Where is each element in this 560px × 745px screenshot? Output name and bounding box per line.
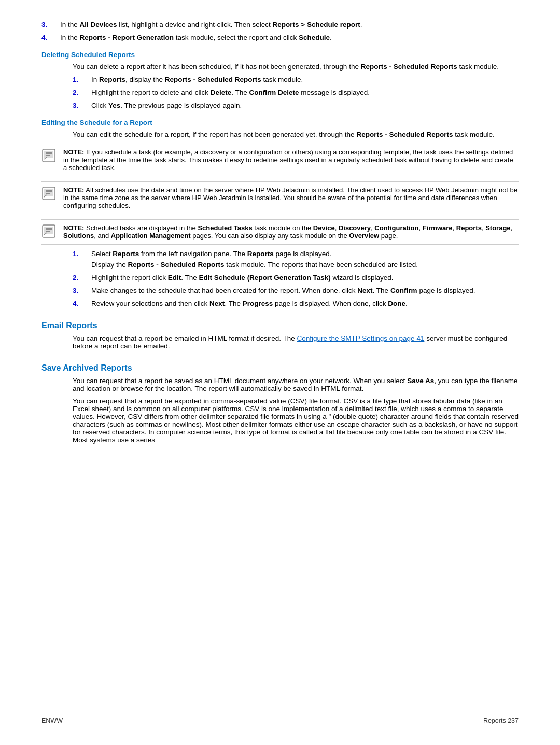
edit-num-4: 4. (73, 300, 91, 307)
del-num-2: 2. (73, 89, 91, 96)
note-content-3: NOTE: Scheduled tasks are displayed in t… (63, 224, 519, 240)
edit-num-2: 2. (73, 274, 91, 282)
note-svg-3 (41, 224, 56, 238)
editing-intro: You can edit the schedule for a report, … (73, 131, 519, 138)
del-step-1: 1. In Reports, display the Reports - Sch… (73, 76, 519, 83)
edit-num-1: 1. (73, 250, 91, 258)
edit-step-2: 2. Highlight the report click Edit. The … (73, 274, 519, 282)
note-2: NOTE: All schedules use the date and tim… (41, 181, 519, 214)
note-icon-3 (41, 224, 60, 240)
email-heading: Email Reports (41, 321, 519, 330)
edit-substep-1: Display the Reports - Scheduled Reports … (91, 261, 519, 269)
edit-content-4: Review your selections and then click Ne… (91, 300, 519, 307)
item-content-3: In the All Devices list, highlight a dev… (60, 21, 519, 29)
del-num-1: 1. (73, 76, 91, 83)
del-step-2: 2. Highlight the report to delete and cl… (73, 89, 519, 96)
edit-num-3: 3. (73, 287, 91, 294)
save-body: You can request that a report be saved a… (73, 377, 519, 444)
svg-rect-13 (44, 227, 53, 234)
editing-steps: 1. Select Reports from the left navigati… (73, 250, 519, 307)
del-num-3: 3. (73, 102, 91, 109)
note-icon-2 (41, 186, 60, 202)
item-content-4: In the Reports - Report Generation task … (60, 34, 519, 41)
page-content: 3. In the All Devices list, highlight a … (41, 21, 519, 444)
del-content-3: Click Yes. The previous page is displaye… (91, 102, 519, 109)
editing-heading: Editing the Schedule for a Report (41, 119, 519, 126)
save-heading: Save Archived Reports (41, 363, 519, 373)
footer-right: Reports 237 (483, 717, 519, 724)
del-content-1: In Reports, display the Reports - Schedu… (91, 76, 519, 83)
top-list: 3. In the All Devices list, highlight a … (41, 21, 519, 41)
edit-step-1: 1. Select Reports from the left navigati… (73, 250, 519, 269)
smtp-link[interactable]: Configure the SMTP Settings on page 41 (297, 334, 424, 342)
note-svg-1 (41, 148, 56, 163)
edit-content-2: Highlight the report click Edit. The Edi… (91, 274, 519, 282)
deleting-heading: Deleting Scheduled Reports (41, 51, 519, 59)
svg-rect-7 (44, 189, 53, 196)
del-step-3: 3. Click Yes. The previous page is displ… (73, 102, 519, 109)
note-1: NOTE: If you schedule a task (for exampl… (41, 144, 519, 176)
deleting-steps: 1. In Reports, display the Reports - Sch… (73, 76, 519, 109)
edit-step-4: 4. Review your selections and then click… (73, 300, 519, 307)
svg-rect-1 (44, 151, 53, 158)
note-3: NOTE: Scheduled tasks are displayed in t… (41, 219, 519, 245)
note-content-1: NOTE: If you schedule a task (for exampl… (63, 148, 519, 172)
page-footer: ENWW Reports 237 (41, 717, 519, 724)
note-icon-1 (41, 148, 60, 164)
edit-content-1: Select Reports from the left navigation … (91, 250, 519, 269)
deleting-intro: You can delete a report after it has bee… (73, 63, 519, 71)
edit-step-3: 3. Make changes to the schedule that had… (73, 287, 519, 294)
note-svg-2 (41, 186, 56, 201)
note-content-2: NOTE: All schedules use the date and tim… (63, 186, 519, 209)
top-item-3: 3. In the All Devices list, highlight a … (41, 21, 519, 29)
item-num-4: 4. (41, 34, 60, 41)
email-body: You can request that a report be emailed… (73, 334, 519, 350)
del-content-2: Highlight the report to delete and click… (91, 89, 519, 96)
item-num-3: 3. (41, 21, 60, 29)
edit-content-3: Make changes to the schedule that had be… (91, 287, 519, 294)
footer-left: ENWW (41, 717, 63, 724)
top-item-4: 4. In the Reports - Report Generation ta… (41, 34, 519, 41)
